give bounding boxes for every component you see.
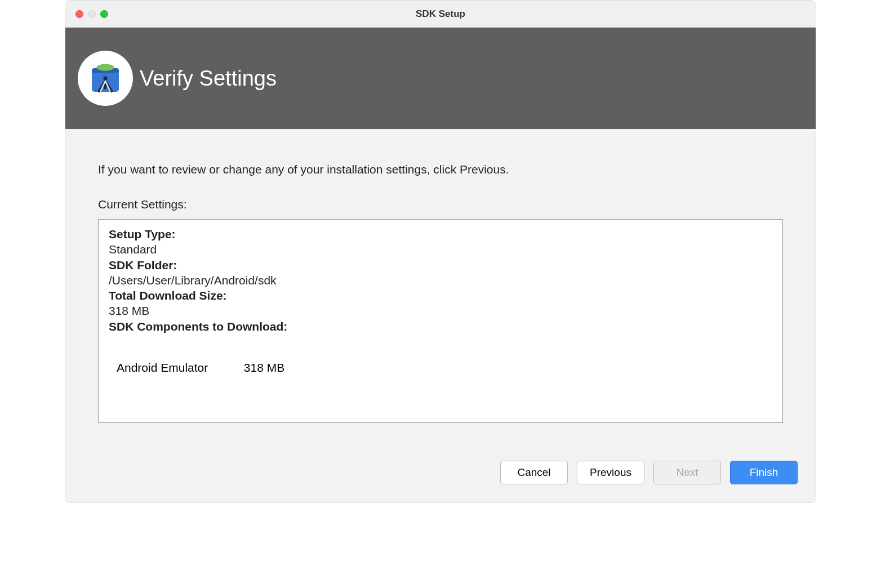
- settings-summary-box: Setup Type: Standard SDK Folder: /Users/…: [98, 219, 783, 423]
- component-row: Android Emulator 318 MB: [117, 360, 772, 375]
- component-name: Android Emulator: [117, 360, 241, 375]
- wizard-footer: Cancel Previous Next Finish: [65, 461, 816, 502]
- window-minimize-button[interactable]: [88, 10, 96, 18]
- content-area: If you want to review or change any of y…: [65, 129, 816, 461]
- component-size: 318 MB: [244, 361, 284, 374]
- next-button: Next: [653, 461, 721, 484]
- window-maximize-button[interactable]: [100, 10, 108, 18]
- intro-text: If you want to review or change any of y…: [98, 163, 783, 176]
- wizard-header: Verify Settings: [65, 28, 816, 129]
- sdk-folder-label: SDK Folder:: [109, 257, 772, 273]
- setup-type-value: Standard: [109, 242, 772, 257]
- window-close-button[interactable]: [75, 10, 83, 18]
- android-studio-icon: [78, 51, 133, 106]
- window-controls: [75, 10, 108, 18]
- sdk-components-label: SDK Components to Download:: [109, 319, 772, 334]
- svg-point-4: [96, 64, 114, 71]
- setup-type-label: Setup Type:: [109, 226, 772, 242]
- previous-button[interactable]: Previous: [577, 461, 644, 484]
- sdk-folder-value: /Users/User/Library/Android/sdk: [109, 273, 772, 288]
- cancel-button[interactable]: Cancel: [500, 461, 568, 484]
- finish-button[interactable]: Finish: [730, 461, 798, 484]
- page-title: Verify Settings: [140, 66, 277, 91]
- total-download-size-value: 318 MB: [109, 303, 772, 318]
- window-title: SDK Setup: [416, 8, 465, 20]
- window-titlebar: SDK Setup: [65, 1, 816, 28]
- current-settings-label: Current Settings:: [98, 198, 783, 211]
- total-download-size-label: Total Download Size:: [109, 288, 772, 303]
